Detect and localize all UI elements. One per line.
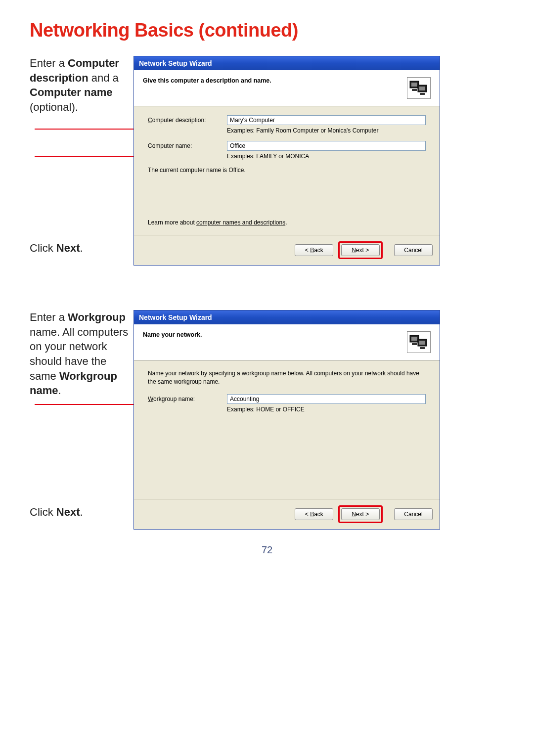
dialog-body: Name your network by specifying a workgr… bbox=[134, 360, 440, 499]
section-computer-name: Enter a Computer description and a Compu… bbox=[30, 56, 504, 266]
svg-rect-4 bbox=[419, 87, 425, 90]
svg-rect-7 bbox=[411, 337, 417, 341]
intro-text: Name your network by specifying a workgr… bbox=[148, 369, 426, 386]
page-title: Networking Basics (continued) bbox=[30, 20, 504, 41]
dialog-titlebar: Network Setup Wizard bbox=[134, 56, 440, 70]
svg-rect-8 bbox=[412, 343, 417, 345]
svg-rect-11 bbox=[420, 347, 425, 349]
instruction-text-2: Enter a Workgroup name. All computers on… bbox=[30, 310, 134, 398]
svg-rect-1 bbox=[411, 83, 417, 87]
current-name-text: The current computer name is Office. bbox=[148, 167, 426, 174]
dialog-header-text: Name your network. bbox=[143, 331, 202, 338]
computer-description-input[interactable] bbox=[227, 115, 426, 125]
text: Enter a bbox=[30, 57, 68, 69]
dialog-header-text: Give this computer a description and nam… bbox=[143, 77, 271, 84]
svg-rect-10 bbox=[419, 341, 425, 345]
cancel-button[interactable]: Cancel bbox=[394, 508, 433, 520]
text: (optional). bbox=[30, 101, 78, 113]
computer-name-input[interactable] bbox=[227, 141, 426, 151]
dialog-header: Give this computer a description and nam… bbox=[134, 70, 440, 106]
svg-rect-5 bbox=[420, 93, 425, 95]
text-bold: Workgroup bbox=[68, 311, 126, 323]
computer-description-label: Computer description: bbox=[148, 117, 227, 124]
next-button[interactable]: Next > bbox=[341, 508, 380, 520]
wizard-dialog-2: Network Setup Wizard Name your network. … bbox=[134, 310, 440, 530]
dialog-button-row: < Back Next > Cancel bbox=[134, 235, 440, 265]
workgroup-label: Workgroup name: bbox=[148, 396, 227, 402]
page-number: 72 bbox=[30, 544, 504, 556]
click-next-text-1: Click Next. bbox=[30, 242, 83, 255]
text: . bbox=[58, 384, 61, 397]
dialog-titlebar: Network Setup Wizard bbox=[134, 311, 440, 324]
dialog-body: Computer description: Examples: Family R… bbox=[134, 106, 440, 235]
next-button-highlight: Next > bbox=[338, 505, 383, 523]
click-next-text-2: Click Next. bbox=[30, 506, 83, 519]
computer-name-label: Computer name: bbox=[148, 142, 227, 149]
back-button[interactable]: < Back bbox=[295, 508, 333, 520]
wizard-dialog-1: Network Setup Wizard Give this computer … bbox=[134, 56, 440, 266]
svg-rect-2 bbox=[412, 89, 417, 91]
next-button[interactable]: Next > bbox=[341, 244, 380, 256]
learn-more-link[interactable]: computer names and descriptions bbox=[196, 219, 285, 226]
section-workgroup: Enter a Workgroup name. All computers on… bbox=[30, 310, 504, 530]
computers-icon bbox=[407, 331, 431, 353]
next-button-highlight: Next > bbox=[338, 241, 383, 259]
workgroup-input[interactable] bbox=[227, 394, 426, 404]
computer-description-hint: Examples: Family Room Computer or Monica… bbox=[227, 127, 426, 134]
dialog-button-row: < Back Next > Cancel bbox=[134, 499, 440, 529]
learn-more-text: Learn more about computer names and desc… bbox=[148, 219, 287, 226]
dialog-header: Name your network. bbox=[134, 324, 440, 360]
back-button[interactable]: < Back bbox=[295, 244, 333, 256]
computer-name-hint: Examples: FAMILY or MONICA bbox=[227, 153, 426, 160]
instruction-text-1: Enter a Computer description and a Compu… bbox=[30, 56, 134, 115]
text-bold: Computer name bbox=[30, 86, 112, 98]
text: Enter a bbox=[30, 311, 68, 323]
computers-icon bbox=[407, 77, 431, 99]
workgroup-hint: Examples: HOME or OFFICE bbox=[227, 406, 426, 413]
text: and a bbox=[89, 72, 119, 84]
cancel-button[interactable]: Cancel bbox=[394, 244, 433, 256]
